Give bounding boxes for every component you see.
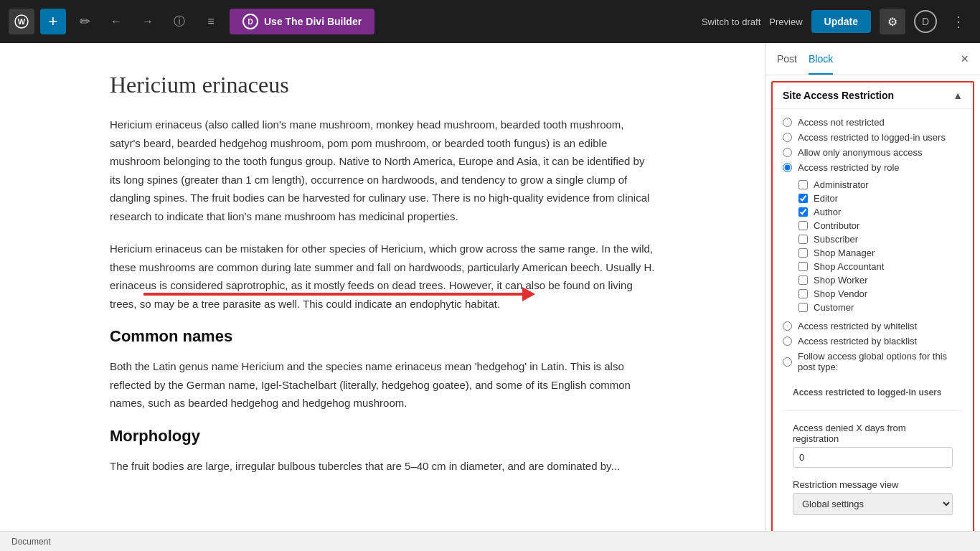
option-anonymous[interactable]: Allow only anonymous access	[783, 145, 963, 160]
sar-body: Access not restricted Access restricted …	[773, 109, 973, 527]
role-customer[interactable]: Customer	[798, 301, 963, 314]
option-global[interactable]: Follow access global options for this po…	[783, 349, 963, 375]
option-whitelist[interactable]: Access restricted by whitelist	[783, 319, 963, 334]
role-administrator[interactable]: Administrator	[798, 178, 963, 192]
redo-icon: →	[142, 15, 154, 28]
tab-block[interactable]: Block	[809, 43, 833, 75]
topbar: W + ✏ ← → ⓘ ≡ D Use The Divi Builder Swi…	[0, 0, 980, 43]
redo-button[interactable]: →	[135, 9, 161, 34]
radio-logged-in[interactable]	[783, 133, 792, 142]
article-title: Hericium erinaceus	[110, 72, 655, 98]
divi-builder-button[interactable]: D Use The Divi Builder	[230, 9, 374, 34]
radio-by-role[interactable]	[783, 163, 792, 172]
article-para4: The fruit bodies are large, irregular bu…	[110, 457, 655, 476]
role-subscriber[interactable]: Subscriber	[798, 232, 963, 246]
arrow-overlay	[143, 287, 535, 301]
role-shop-worker[interactable]: Shop Worker	[798, 273, 963, 287]
access-denied-input[interactable]	[793, 447, 953, 468]
restriction-message-select[interactable]: Global settings Custom message Login for…	[793, 493, 953, 515]
sidebar-tabs: Post Block ×	[765, 43, 980, 75]
checkbox-shop-worker[interactable]	[798, 276, 808, 285]
info-button[interactable]: ⓘ	[166, 9, 192, 34]
role-subscriber-label: Subscriber	[814, 234, 858, 245]
checkbox-administrator[interactable]	[798, 180, 808, 189]
role-editor[interactable]: Editor	[798, 192, 963, 205]
option-anonymous-label: Allow only anonymous access	[798, 147, 922, 158]
sidebar-close-button[interactable]: ×	[961, 43, 969, 75]
user-avatar[interactable]: D	[914, 10, 937, 33]
article-para2: Hericium erinaceus can be mistaken for o…	[110, 240, 655, 313]
radio-whitelist[interactable]	[783, 321, 792, 331]
option-by-role[interactable]: Access restricted by role	[783, 160, 963, 175]
sidebar-body: Site Access Restriction ▲ Access not res…	[765, 75, 980, 531]
list-icon: ≡	[207, 15, 214, 28]
article-para1: Hericium erinaceus (also called lion's m…	[110, 116, 655, 225]
preview-button[interactable]: Preview	[769, 17, 802, 27]
radio-global[interactable]	[783, 357, 792, 367]
undo-button[interactable]: ←	[103, 9, 129, 34]
role-author[interactable]: Author	[798, 205, 963, 219]
edit-button[interactable]: ✏	[72, 9, 98, 34]
option-by-role-label: Access restricted by role	[798, 162, 900, 173]
role-shop-accountant[interactable]: Shop Accountant	[798, 260, 963, 273]
role-shop-manager-label: Shop Manager	[814, 248, 875, 258]
tab-post[interactable]: Post	[777, 43, 797, 75]
option-global-label: Follow access global options for this po…	[798, 351, 963, 372]
list-view-button[interactable]: ≡	[198, 9, 224, 34]
svg-text:W: W	[18, 17, 26, 26]
radio-not-restricted[interactable]	[783, 118, 792, 127]
role-editor-label: Editor	[814, 193, 838, 204]
option-not-restricted-label: Access not restricted	[798, 117, 885, 128]
undo-icon: ←	[110, 15, 122, 28]
sar-collapse-button[interactable]: ▲	[953, 90, 963, 101]
block-tab-content: Site Access Restriction ▲ Access not res…	[765, 81, 980, 531]
option-blacklist[interactable]: Access restricted by blacklist	[783, 334, 963, 349]
access-info-strong: Access restricted to logged-in users	[793, 387, 941, 397]
role-shop-accountant-label: Shop Accountant	[814, 261, 884, 272]
role-customer-label: Customer	[814, 302, 854, 313]
sar-title: Site Access Restriction	[783, 90, 894, 101]
radio-anonymous[interactable]	[783, 148, 792, 157]
checkbox-customer[interactable]	[798, 303, 808, 312]
option-not-restricted[interactable]: Access not restricted	[783, 115, 963, 130]
access-denied-label: Access denied X days from registration	[783, 417, 963, 447]
switch-draft-link[interactable]: Switch to draft	[702, 17, 760, 27]
arrow-line	[143, 293, 522, 296]
article-para3: Both the Latin genus name Hericium and t…	[110, 357, 655, 413]
checkbox-shop-manager[interactable]	[798, 248, 808, 258]
user-initial: D	[922, 16, 929, 27]
checkbox-editor[interactable]	[798, 194, 808, 203]
role-list: Administrator Editor Author	[798, 178, 963, 314]
add-button[interactable]: +	[40, 9, 66, 34]
access-options-section: Access not restricted Access restricted …	[783, 115, 963, 375]
role-administrator-label: Administrator	[814, 179, 869, 190]
sidebar: Post Block × Site Access Restriction ▲	[765, 43, 980, 531]
option-logged-in-label: Access restricted to logged-in users	[798, 132, 946, 143]
editor-area: Hericium erinaceus Hericium erinaceus (a…	[0, 43, 765, 531]
restriction-message-label: Restriction message view	[783, 474, 963, 493]
option-logged-in[interactable]: Access restricted to logged-in users	[783, 130, 963, 145]
more-icon: ⋮	[951, 13, 966, 30]
settings-button[interactable]: ⚙	[880, 9, 905, 34]
update-button[interactable]: Update	[811, 10, 871, 33]
sar-panel: Site Access Restriction ▲ Access not res…	[771, 81, 974, 531]
plus-icon: +	[49, 14, 58, 29]
radio-blacklist[interactable]	[783, 336, 792, 346]
checkbox-subscriber[interactable]	[798, 235, 808, 244]
checkbox-author[interactable]	[798, 207, 808, 217]
checkbox-contributor[interactable]	[798, 221, 808, 230]
role-shop-vendor[interactable]: Shop Vendor	[798, 287, 963, 301]
more-options-button[interactable]: ⋮	[946, 9, 971, 34]
bottom-bar: Document	[0, 531, 980, 551]
role-contributor-label: Contributor	[814, 220, 859, 231]
document-label: Document	[11, 537, 51, 547]
wp-logo[interactable]: W	[9, 9, 34, 34]
role-contributor[interactable]: Contributor	[798, 219, 963, 232]
article-h2-common: Common names	[110, 327, 655, 346]
role-author-label: Author	[814, 207, 841, 217]
sar-header: Site Access Restriction ▲	[773, 83, 973, 109]
checkbox-shop-accountant[interactable]	[798, 262, 808, 271]
role-shop-manager[interactable]: Shop Manager	[798, 246, 963, 260]
role-shop-worker-label: Shop Worker	[814, 275, 868, 286]
checkbox-shop-vendor[interactable]	[798, 289, 808, 298]
